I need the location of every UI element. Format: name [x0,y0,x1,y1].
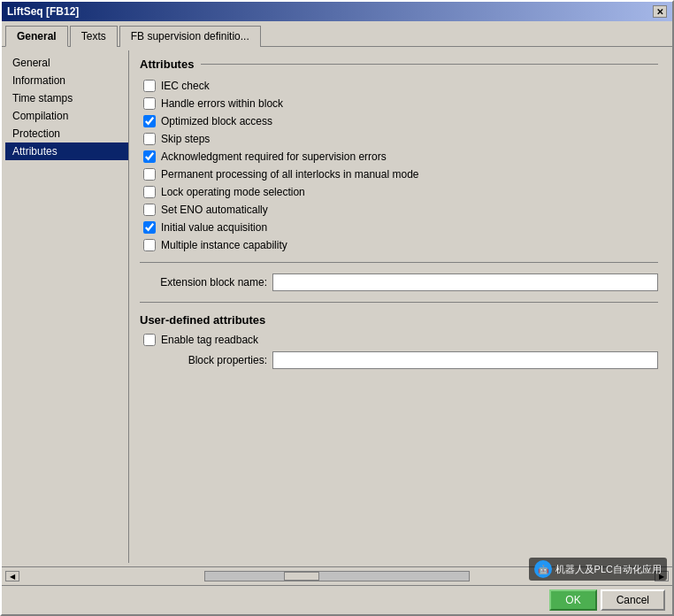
divider-1 [140,262,658,263]
checkbox-row-enable-tag: Enable tag readback [140,334,658,346]
permanent-processing-label: Permanent processing of all interlocks i… [161,168,418,181]
initial-value-checkbox[interactable] [143,221,156,234]
enable-tag-checkbox[interactable] [143,334,156,346]
divider-2 [140,302,658,303]
checkbox-row-optimized-block: Optimized block access [140,115,658,127]
right-panel: Attributes IEC check Handle errors withi… [129,50,669,563]
block-properties-row: Block properties: [140,351,658,369]
acknowledgment-label: Acknowledgment required for supervision … [161,150,387,163]
iec-check-checkbox[interactable] [143,80,156,92]
permanent-processing-checkbox[interactable] [143,168,156,181]
checkbox-row-acknowledgment: Acknowledgment required for supervision … [140,150,658,163]
checkbox-row-permanent-processing: Permanent processing of all interlocks i… [140,168,658,181]
lock-operating-checkbox[interactable] [143,186,156,198]
scroll-left-button[interactable]: ◀ [5,571,19,581]
sidebar-item-information[interactable]: Information [5,72,128,89]
attributes-section-title: Attributes [140,58,658,71]
lock-operating-label: Lock operating mode selection [161,186,305,198]
scroll-thumb[interactable] [284,572,319,581]
action-bar: 🤖 机器人及PLC自动化应用 OK Cancel [2,585,672,614]
checkbox-row-handle-errors: Handle errors within block [140,97,658,110]
set-eno-checkbox[interactable] [143,204,156,216]
checkbox-row-lock-operating: Lock operating mode selection [140,186,658,198]
scroll-track [204,571,470,581]
sidebar-item-protection[interactable]: Protection [5,125,128,142]
title-bar: LiftSeq [FB12] ✕ [2,2,672,21]
sidebar-item-general[interactable]: General [5,54,128,72]
tab-texts[interactable]: Texts [70,26,118,47]
watermark-icon: 🤖 [534,560,552,578]
enable-tag-label: Enable tag readback [161,334,258,346]
main-content: General Information Time stamps Compilat… [2,47,672,566]
skip-steps-label: Skip steps [161,133,210,145]
content-panel: Attributes IEC check Handle errors withi… [129,50,669,563]
checkbox-row-skip-steps: Skip steps [140,133,658,145]
checkbox-row-multiple-instance: Multiple instance capability [140,239,658,251]
close-button[interactable]: ✕ [653,5,667,18]
tab-bar: General Texts FB supervision definitio..… [2,21,672,47]
tab-fb-supervision[interactable]: FB supervision definitio... [119,26,261,47]
block-properties-label: Block properties: [143,354,267,366]
multiple-instance-checkbox[interactable] [143,239,156,251]
acknowledgment-checkbox[interactable] [143,150,156,163]
main-window: LiftSeq [FB12] ✕ General Texts FB superv… [0,0,674,616]
sidebar-item-compilation[interactable]: Compilation [5,107,128,125]
cancel-button[interactable]: Cancel [601,589,665,611]
ok-button[interactable]: OK [549,589,596,611]
sidebar-item-attributes[interactable]: Attributes [5,142,128,160]
optimized-block-checkbox[interactable] [143,115,156,127]
sidebar-item-time-stamps[interactable]: Time stamps [5,89,128,107]
skip-steps-checkbox[interactable] [143,133,156,145]
set-eno-label: Set ENO automatically [161,204,268,216]
window-title: LiftSeq [FB12] [7,5,79,18]
extension-block-label: Extension block name: [143,276,267,289]
extension-block-input[interactable] [272,273,658,291]
watermark: 🤖 机器人及PLC自动化应用 [529,558,667,581]
handle-errors-label: Handle errors within block [161,97,283,110]
tab-general[interactable]: General [5,26,68,47]
handle-errors-checkbox[interactable] [143,97,156,110]
user-defined-title: User-defined attributes [140,313,658,327]
initial-value-label: Initial value acquisition [161,221,267,234]
sidebar: General Information Time stamps Compilat… [5,50,129,563]
iec-check-label: IEC check [161,80,210,92]
watermark-text: 机器人及PLC自动化应用 [555,563,662,576]
multiple-instance-label: Multiple instance capability [161,239,287,251]
checkbox-row-iec-check: IEC check [140,80,658,92]
block-properties-input[interactable] [272,351,658,369]
checkbox-row-set-eno: Set ENO automatically [140,204,658,216]
extension-block-row: Extension block name: [140,273,658,291]
checkbox-row-initial-value: Initial value acquisition [140,221,658,234]
optimized-block-label: Optimized block access [161,115,272,127]
